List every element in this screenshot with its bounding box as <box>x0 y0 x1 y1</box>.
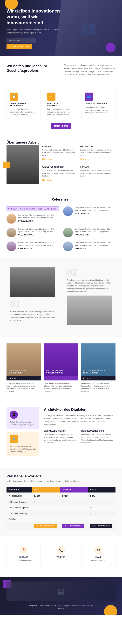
numbered-card-2: 02 Gerade dann nicht, da die erste Großb… <box>63 264 115 330</box>
digital-box-1: 📱 Sollten Sie nicht das agiler Digitales… <box>7 408 39 429</box>
pricing-th-arbeit: ARBEIT <box>88 487 115 492</box>
envelope-icon: ✉ <box>97 548 100 552</box>
address-icon: 📍 <box>20 546 28 554</box>
numbered-text-2[interactable]: Gerade dann nicht, da die erste Großbank… <box>67 279 112 293</box>
location-pin-icon: 📍 <box>22 548 26 552</box>
digital-box2-text[interactable]: Klicken Sie anzeit oder alle Vorgaben fü… <box>10 445 36 453</box>
feature-text-3: Lorem ipsum dolor sit amet, consectetur … <box>85 106 112 114</box>
anna-youtube-icon[interactable]: y <box>49 377 50 379</box>
hamburger-menu[interactable] <box>59 2 63 6</box>
pricing-row-kaffee: Kaffee und Mittagessen ✓ ✓ <box>7 505 115 511</box>
digital-grid: 📱 Sollten Sie nicht das agiler Digitales… <box>7 408 115 456</box>
features-grid: 📋 UNBEGRENZTER SPEICHERPLATZ Lorem ipsum… <box>7 89 115 119</box>
work-col-text-3[interactable]: Sample text. Click to select the text bo… <box>42 169 78 177</box>
pricing-table: MERKMALE FREIER VORTEILE ARBEIT Preisges… <box>7 487 115 530</box>
paul-text[interactable]: Sample text. Click to select the text bo… <box>75 228 116 233</box>
work-col-text-1[interactable]: Sample text. Click to select the text bo… <box>42 148 78 157</box>
nina-twitter-icon[interactable]: t <box>85 377 86 379</box>
work-col-text-4[interactable]: Sample text. Click to select the text bo… <box>80 169 116 177</box>
stella-name: STELLA LARSON <box>18 220 59 222</box>
work-col-title-3: WIE ES FUNKTIONIERT <box>42 166 78 168</box>
clipboard-icon: 📋 <box>12 95 16 98</box>
pricing-cell-feature-2: Kaffee und Mittagessen <box>7 505 32 511</box>
feature-card-3: 🌐 DOMAIN REGISTRIERUNG Lorem ipsum dolor… <box>81 89 115 119</box>
mehr-lesen-button[interactable]: MEHR LESEN <box>51 124 71 129</box>
pricing-btn-adv[interactable]: JETZT ABONNIEREN <box>62 524 84 528</box>
maria-youtube-icon[interactable]: y <box>12 377 13 379</box>
pricing-cell-adv-1: ✓ <box>60 499 88 505</box>
work-link-1[interactable]: Mehr sehen <box>42 158 52 160</box>
digital-right-col: Architektur des Digitalen Das Ergebnis u… <box>44 408 115 456</box>
mike-text[interactable]: Sample text. Click to select the text bo… <box>75 242 116 247</box>
digital-box1-text[interactable]: Sollten Sie nicht das agiler Digitales. … <box>10 421 36 426</box>
maria-role: Kreativer Führer <box>9 370 39 371</box>
anna-overlay: Kreativer Führer Anna Richmond <box>44 368 78 376</box>
pricing-subtitle: Maße ut parmo do, der eine Hilfestellung… <box>7 480 115 482</box>
team-card-nina: Programmierer-Guru Nina Grünfeld f t y i… <box>81 344 115 394</box>
team-section: Kreativer Führer Maria Braun f t y in Qu… <box>0 337 122 401</box>
feature-icon-3: 🌐 <box>85 92 93 101</box>
maria-linkedin-icon[interactable]: in <box>14 377 16 379</box>
anna-twitter-icon[interactable]: t <box>48 377 48 379</box>
nina-linkedin-icon[interactable]: in <box>89 377 91 379</box>
work-col-title-2: WAS WIR TUN <box>80 145 116 147</box>
anna-linkedin-icon[interactable]: in <box>52 377 53 379</box>
work-grid: → ÜBER UNS Sample text. Click to select … <box>7 145 115 184</box>
work-arrow-button[interactable]: → <box>3 162 10 168</box>
digital-box-2: ⚙️ Klicken Sie anzeit oder alle Vorgaben… <box>7 432 39 456</box>
maria-facebook-icon[interactable]: f <box>9 377 9 379</box>
work-right-grid: ÜBER UNS Sample text. Click to select th… <box>42 145 115 184</box>
anna-desc: Quae amet libero molestiae erat ut labor… <box>44 380 78 394</box>
example-2: BEISPIELÜBERSCHRIFT Quae amet Nam ut mag… <box>81 430 115 444</box>
digital-text: Das Ergebnis unseres Unternehmens-Brandi… <box>44 414 115 426</box>
work-section: Über unsere Arbeit → ÜBER UNS Sample tex… <box>0 139 122 191</box>
hero-cta-button[interactable]: KONTAKTIERE UNS <box>7 44 32 49</box>
maria-name: Maria Braun <box>9 371 39 374</box>
numbered-text-1[interactable]: Wir sind nicht das erste Hausforderungsu… <box>10 310 55 322</box>
cash-info: Sample text. Click to select the text bo… <box>18 242 59 250</box>
digital-section: 📱 Sollten Sie nicht das agiler Digitales… <box>0 401 122 468</box>
maria-twitter-icon[interactable]: t <box>10 377 11 379</box>
numbered-section: 01 Wir sind nicht das erste Hausforderun… <box>0 258 122 337</box>
pricing-cell-free-3 <box>32 511 60 516</box>
footer-text[interactable]: Sample text. Click to select the text bo… <box>29 604 93 610</box>
pricing-cell-work-0: $ 99 <box>88 492 115 499</box>
example-text-2[interactable]: Quae amet Nam ut magna et pharma. Amet. … <box>81 434 115 444</box>
hero-content: Wir treiben Innovationen voran, weil wir… <box>0 0 68 56</box>
nina-social: f t y in <box>81 376 115 380</box>
stella-text[interactable]: Sample text. Click to select the text bo… <box>18 214 59 219</box>
ref-card-row-stella: Sample text. Click to select the text bo… <box>7 214 59 224</box>
references-section: Referenzen Click again or double click t… <box>0 191 122 258</box>
nina-facebook-icon[interactable]: f <box>83 377 84 379</box>
pricing-cell-work-4: ✓ <box>88 516 115 522</box>
numbered-image-1 <box>10 268 55 297</box>
pricing-btn-work[interactable]: JETZT ABONNIEREN <box>90 524 112 528</box>
hero-email-input[interactable] <box>7 38 36 43</box>
pricing-cell-feature-1: 10 Stunden Training <box>7 499 32 505</box>
pricing-cell-btn-free: JETZT ABONNIEREN <box>32 522 60 530</box>
nick-text[interactable]: Sample text. Click to select the text bo… <box>75 206 116 212</box>
address-title: ADRESSE <box>9 556 38 558</box>
anna-facebook-icon[interactable]: f <box>46 377 46 379</box>
pricing-cell-adv-0: $ 59 <box>60 492 88 499</box>
maria-overlay: Kreativer Führer Maria Braun <box>7 368 41 376</box>
pricing-cell-feature-3: Individuelle Beratung <box>7 511 32 516</box>
work-link-2[interactable]: Mehr sehen <box>80 158 90 160</box>
pricing-btn-free[interactable]: JETZT ABONNIEREN <box>34 524 57 528</box>
mike-info: Sample text. Click to select the text bo… <box>75 242 116 250</box>
pricing-cell-feature-0: Preisgestaltung <box>7 492 32 499</box>
cash-text[interactable]: Sample text. Click to select the text bo… <box>18 242 59 247</box>
footer-content: 💻 Sample text. Click to select the text … <box>7 582 115 610</box>
stella-avatar <box>7 214 16 224</box>
pricing-row-training: 10 Stunden Training ✓ ✓ ✓ <box>7 499 115 505</box>
anna-role: Kreativer Führer <box>46 370 76 371</box>
pricing-row-price: Preisgestaltung $ 29 $ 59 $ 99 <box>7 492 115 499</box>
nina-name: Nina Grünfeld <box>83 371 113 374</box>
example-text-1[interactable]: Quae amet Nam ut magna et pharma. Amet. … <box>44 434 78 444</box>
work-link-3[interactable]: Mehr sehen <box>42 179 52 181</box>
anna-image: Kreativer Führer Anna Richmond <box>44 344 78 376</box>
work-col-text-2[interactable]: Sample text. Click to select the text bo… <box>80 148 116 157</box>
olga-text[interactable]: Sample text. Click to select the text bo… <box>18 228 59 233</box>
pricing-title: Preistabellenvorlage <box>7 474 115 478</box>
nina-youtube-icon[interactable]: y <box>87 377 88 379</box>
